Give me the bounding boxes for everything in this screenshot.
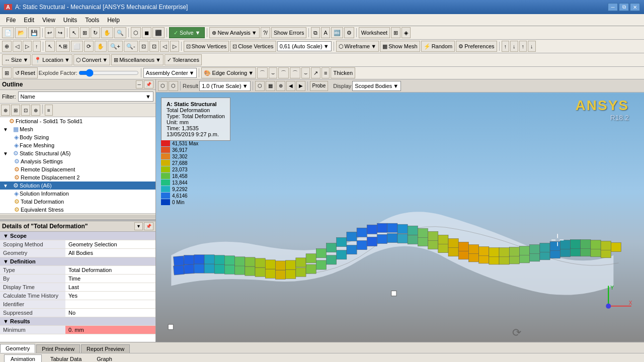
minimize-button[interactable]: ─ [608,3,618,11]
tree-item-solution[interactable]: ▼ ⚙ Solution (A6) [0,182,155,190]
reset-btn[interactable]: ↺ Reset [13,67,38,78]
fit-btn[interactable]: ⊡ [139,41,148,52]
random-btn[interactable]: ⚡ Random [421,41,455,52]
expand-btn[interactable]: ⊞ [11,105,20,116]
thicken-btn[interactable]: Thicken [331,67,355,78]
convert-btn[interactable]: ⬡ Convert ▼ [73,54,110,65]
tree-item-mesh[interactable]: ▼ ▦ Mesh [0,125,155,133]
menu-view[interactable]: View [38,16,59,25]
menu-units[interactable]: Units [59,16,81,25]
menu-edit[interactable]: Edit [20,16,38,25]
bottom-tab-animation[interactable]: Animation [4,354,42,363]
sort-btn[interactable]: ≡ [45,105,53,116]
pan-button[interactable]: ✋ [101,27,113,38]
nav-btn3[interactable]: ▷ [23,41,32,52]
vp-icon-btn7[interactable]: ▶ [296,81,305,91]
thickness-icon[interactable]: ≡ [321,67,330,78]
tools-icon-3[interactable]: 🔤 [331,27,343,38]
probe-btn[interactable]: Probe [310,81,329,91]
location-btn[interactable]: 📍 Location ▼ [32,54,72,65]
cursor-btn2[interactable]: ↖⊞ [56,41,70,52]
filter-btn[interactable]: ⊡ [21,105,30,116]
extra-btn1[interactable]: ⊞ [391,27,400,38]
tree-item-body-sizing[interactable]: ◈ Body Sizing [0,133,155,141]
icon-btn1[interactable]: ⊞ [2,67,12,78]
tree-item-equiv-stress[interactable]: ⚙ Equivalent Stress [0,206,155,213]
arrow-btn3[interactable]: ↑ [519,41,527,52]
bottom-tab-graph[interactable]: Graph [90,354,119,363]
show-vertices-btn[interactable]: ⊡ Show Vertices [184,41,229,52]
open-button[interactable]: 📂 [15,27,27,38]
vp-icon-btn5[interactable]: ⊕ [276,81,285,91]
mesh-btn2[interactable]: ◼ [142,27,151,38]
tools-icon-2[interactable]: A [321,27,330,38]
mesh-btn3[interactable]: ⬛ [152,27,165,38]
rotate-button[interactable]: ↻ [91,27,100,38]
curve-btn4[interactable]: ⌒ [290,67,300,78]
miscellaneous-btn[interactable]: ⊞ Miscellaneous ▼ [111,54,164,65]
tree-item-remote-disp[interactable]: ⚙ Remote Displacement [0,165,155,173]
arrow-btn1[interactable]: ↑ [502,41,510,52]
new-analysis-button[interactable]: ⊕ New Analysis ▼ [209,27,259,38]
zoom-in-btn[interactable]: 🔍+ [108,41,123,52]
zoom-button[interactable]: 🔍 [114,27,126,38]
show-mesh-btn[interactable]: ▦ Show Mesh [380,41,420,52]
box-select-btn[interactable]: ⬜ [71,41,83,52]
tree-item-static-structural[interactable]: ▼ ⚙ Static Structural (A5) [0,149,155,157]
nav-btn1[interactable]: ⊕ [2,41,12,52]
cursor-btn[interactable]: ↖ [45,41,55,52]
viewport-canvas[interactable]: ⟳ Y X A: Static Structural Total Deforma… [156,93,644,342]
arrow-btn2[interactable]: ↓ [510,41,518,52]
tree-item-solution-info[interactable]: ◈ Solution Information [0,190,155,198]
new-button[interactable]: 📄 [2,27,14,38]
results-section-header[interactable]: ▼ Results [0,317,155,326]
vp-icon-btn3[interactable]: ⬡ [255,81,265,91]
vp-icon-btn4[interactable]: ▦ [266,81,275,91]
ss-collapse-btn[interactable]: ▼ [3,151,8,156]
edge-coloring-btn[interactable]: 🎨 Edge Coloring ▼ [201,67,256,78]
outline-minimize-btn[interactable]: ─ [136,80,143,88]
menu-help[interactable]: Help [103,16,124,25]
scoped-bodies-dropdown[interactable]: Scoped Bodies ▼ [352,81,401,91]
solve-button[interactable]: ✓ Solve ▼ [169,27,205,38]
filter-dropdown[interactable]: Name ▼ [18,92,154,102]
tree-item-remote-disp2[interactable]: ⚙ Remote Displacement 2 [0,173,155,182]
definition-section-header[interactable]: ▼ Definition [0,257,155,266]
select-button[interactable]: ↖ [69,27,79,38]
tree-item-total-deformation[interactable]: ⚙ Total Deformation [0,198,155,206]
viewport[interactable]: ⬡ ⬡ Result 1.0 (True Scale) ▼ ⬡ ▦ ⊕ ◀ ▶ … [156,79,644,342]
menu-file[interactable]: File [2,16,20,25]
close-vertices-btn[interactable]: ⊡ Close Vertices [230,41,276,52]
tools-icon-4[interactable]: ⚙ [344,27,354,38]
vp-icon-btn2[interactable]: ⬡ [169,81,178,91]
undo-button[interactable]: ↩ [45,27,54,38]
bottom-tab-tabular-data[interactable]: Tabular Data [44,354,88,363]
tab-print-preview[interactable]: Print Preview [36,344,80,353]
explode-factor-slider[interactable] [78,69,139,77]
save-button[interactable]: 💾 [28,27,40,38]
add-btn[interactable]: ⊕ [31,105,40,116]
pan-btn[interactable]: ✋ [95,41,107,52]
zoom-dropdown[interactable]: 0,61 (Auto Scale) ▼ [277,41,332,51]
extra-btn2[interactable]: ◈ [401,27,411,38]
preferences-btn[interactable]: ⚙ Preferences [456,41,497,52]
tab-geometry[interactable]: Geometry [0,344,35,353]
tree-item-frictional[interactable]: ⚙ Frictional - Solid1 To Solid1 [0,117,155,125]
sol-collapse-btn[interactable]: ▼ [3,183,8,189]
assembly-center-dropdown[interactable]: Assembly Center ▼ [143,68,197,78]
scope-section-header[interactable]: ▼ Scope [0,232,155,240]
curve-btn5[interactable]: ⌣ [301,67,310,78]
details-collapse-btn[interactable]: ▼ [134,222,143,230]
tree-hscroll[interactable] [0,215,155,219]
tab-report-preview[interactable]: Report Preview [81,344,130,353]
redo-button[interactable]: ↪ [55,27,65,38]
vp-icon-btn1[interactable]: ⬡ [158,81,168,91]
arrow-btn5[interactable]: ↗ [311,67,320,78]
close-button[interactable]: ✕ [630,3,640,11]
worksheet-button[interactable]: Worksheet [359,27,390,38]
curve-btn1[interactable]: ⌒ [257,67,268,78]
rotate-view-btn[interactable]: ⟳ [84,41,94,52]
outline-pin-btn[interactable]: 📌 [144,80,153,88]
arrow-btn4[interactable]: ↓ [528,41,536,52]
tree-item-face-meshing[interactable]: ◈ Face Meshing [0,141,155,149]
